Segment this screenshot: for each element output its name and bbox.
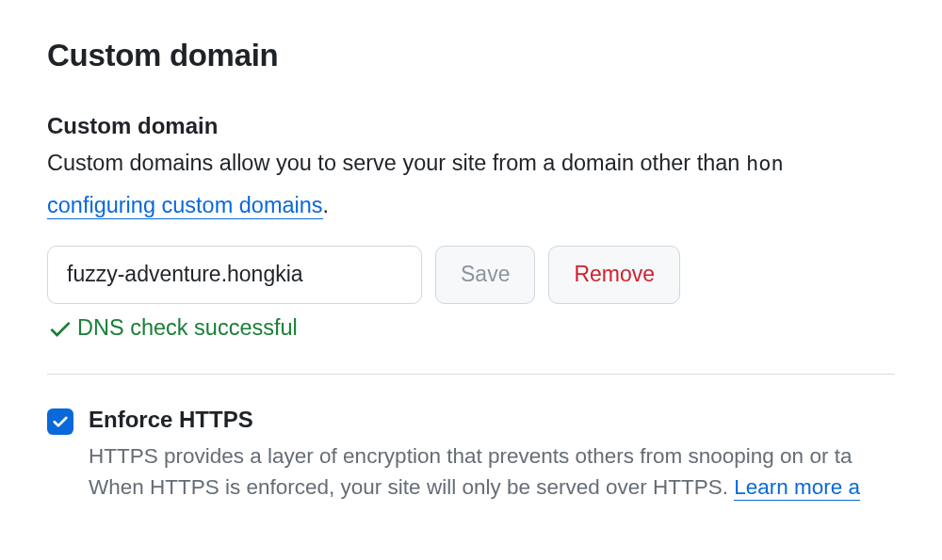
description-text: Custom domains allow you to serve your s… xyxy=(47,151,746,175)
dns-status: DNS check successful xyxy=(47,315,895,342)
custom-domain-subtitle: Custom domain xyxy=(47,113,895,139)
https-description-line2: When HTTPS is enforced, your site will o… xyxy=(89,472,895,504)
description-mono: hon xyxy=(746,152,784,175)
dns-status-text: DNS check successful xyxy=(77,315,298,341)
enforce-https-checkbox[interactable] xyxy=(47,408,73,435)
remove-button[interactable]: Remove xyxy=(548,246,680,304)
learn-more-link[interactable]: Learn more a xyxy=(734,475,860,501)
enforce-https-title: Enforce HTTPS xyxy=(89,407,895,433)
enforce-https-section: Enforce HTTPS HTTPS provides a layer of … xyxy=(47,407,895,504)
page-title: Custom domain xyxy=(47,38,895,73)
https-content: Enforce HTTPS HTTPS provides a layer of … xyxy=(89,407,895,504)
check-icon xyxy=(47,315,73,342)
https-description-line1: HTTPS provides a layer of encryption tha… xyxy=(89,440,895,472)
custom-domain-description: Custom domains allow you to serve your s… xyxy=(47,147,895,180)
save-button[interactable]: Save xyxy=(435,246,535,304)
section-divider xyxy=(47,374,895,375)
domain-input[interactable] xyxy=(47,246,422,304)
domain-form-row: Save Remove xyxy=(47,246,895,304)
configuring-domains-link[interactable]: configuring custom domains xyxy=(47,193,323,219)
description-period: . xyxy=(323,193,330,217)
custom-domain-description-line2: configuring custom domains. xyxy=(47,189,895,222)
https-desc-prefix: When HTTPS is enforced, your site will o… xyxy=(89,475,734,499)
